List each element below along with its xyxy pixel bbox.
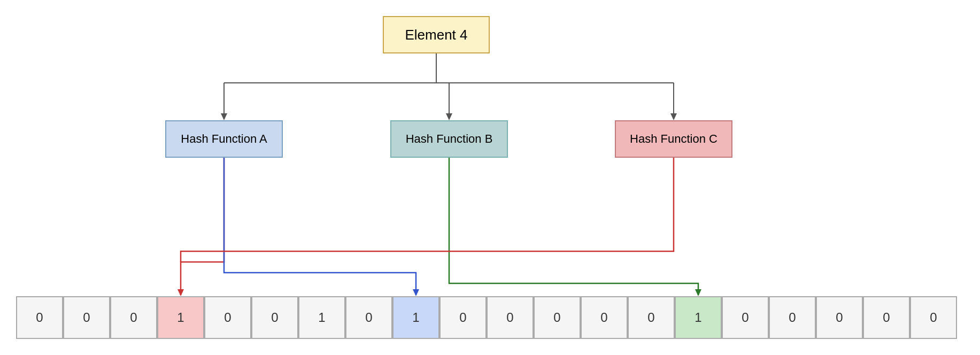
bit-cell-16: 0	[769, 296, 816, 339]
element-label: Element 4	[405, 27, 467, 43]
bit-cell-14: 1	[675, 296, 722, 339]
hash-b-label: Hash Function B	[406, 132, 493, 146]
bit-cell-19: 0	[910, 296, 957, 339]
svg-marker-8	[178, 289, 184, 296]
bit-cell-0: 0	[16, 296, 63, 339]
bit-cell-12: 0	[581, 296, 628, 339]
hash-function-b-box: Hash Function B	[390, 120, 508, 158]
bit-cell-2: 0	[110, 296, 157, 339]
bit-cell-10: 0	[487, 296, 534, 339]
bit-cell-9: 0	[439, 296, 487, 339]
bit-cell-17: 0	[816, 296, 863, 339]
svg-marker-5	[446, 113, 452, 120]
bit-cell-11: 0	[534, 296, 581, 339]
bit-array: 00010010100000100000	[16, 296, 957, 339]
bit-cell-7: 0	[345, 296, 392, 339]
bit-cell-3: 1	[157, 296, 204, 339]
bit-cell-6: 1	[298, 296, 345, 339]
bit-cell-15: 0	[722, 296, 769, 339]
bloom-filter-diagram: Element 4 Hash Function A Hash Function …	[0, 0, 980, 355]
bit-cell-8: 1	[392, 296, 439, 339]
bit-cell-5: 0	[251, 296, 298, 339]
svg-marker-9	[413, 289, 419, 296]
bit-cell-18: 0	[863, 296, 910, 339]
bit-cell-13: 0	[628, 296, 675, 339]
hash-a-label: Hash Function A	[181, 132, 267, 146]
svg-marker-3	[221, 113, 227, 120]
hash-function-a-box: Hash Function A	[165, 120, 283, 158]
hash-function-c-box: Hash Function C	[615, 120, 732, 158]
svg-marker-7	[670, 113, 677, 120]
element-box: Element 4	[383, 16, 490, 53]
bit-cell-1: 0	[63, 296, 110, 339]
bit-cell-4: 0	[204, 296, 251, 339]
svg-marker-10	[695, 289, 701, 296]
hash-c-label: Hash Function C	[630, 132, 717, 146]
